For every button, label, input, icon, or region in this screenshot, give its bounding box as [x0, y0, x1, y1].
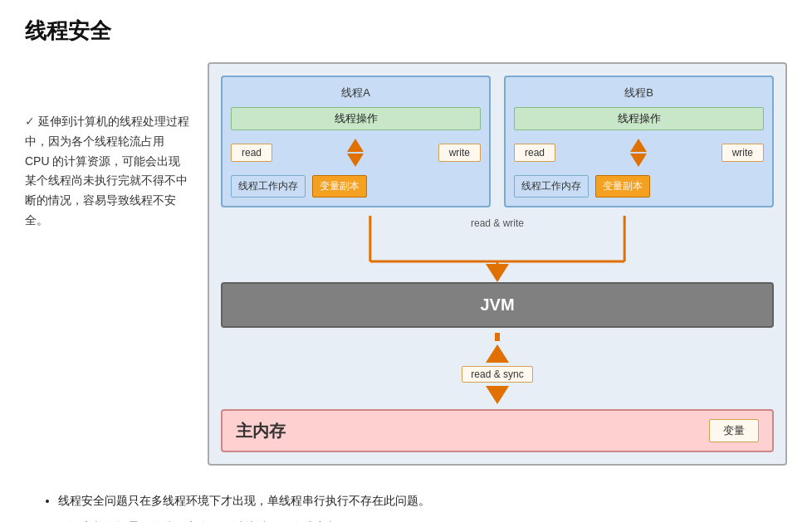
arrow-up-icon — [347, 139, 364, 152]
bottom-bullets: 线程安全问题只在多线程环境下才出现，单线程串行执行不存在此问题。 保证高并发场景… — [25, 489, 787, 522]
main-memory-title: 主内存 — [236, 420, 286, 442]
main-memory-box: 主内存 变量 — [221, 409, 774, 452]
arrow-down-icon — [630, 154, 647, 167]
arrow-down-big-icon — [486, 386, 509, 404]
jvm-box: JVM — [221, 282, 774, 328]
diagram: 线程A 线程操作 read write 线程工作内存 变量副本 线程B — [208, 62, 787, 466]
thread-a-op: 线程操作 — [231, 107, 481, 130]
page-title: 线程安全 — [25, 17, 787, 46]
connector-section: read & write — [221, 216, 774, 282]
bullet-list: 线程安全问题只在多线程环境下才出现，单线程串行执行不存在此问题。 保证高并发场景… — [58, 489, 787, 522]
thread-b-arrows — [630, 139, 647, 167]
threads-row: 线程A 线程操作 read write 线程工作内存 变量副本 线程B — [221, 76, 774, 207]
bullet-item: 保证高并发场景下的线程安全，可以从以下四个维度考量： — [58, 515, 787, 522]
thread-a-arrows — [347, 139, 364, 167]
thread-b-op: 线程操作 — [514, 107, 764, 130]
thread-b-box: 线程B 线程操作 read write 线程工作内存 变量副本 — [504, 76, 774, 207]
arrow-stem-top — [495, 333, 500, 341]
variable-label: 变量 — [709, 419, 759, 442]
thread-b-title: 线程B — [514, 85, 764, 100]
left-description: ✓延伸到计算机的线程处理过程中，因为各个线程轮流占用 CPU 的计算资源，可能会… — [25, 62, 191, 231]
thread-b-var-copy: 变量副本 — [595, 175, 650, 198]
arrow-up-big-icon — [486, 344, 509, 363]
arrow-down-icon — [347, 154, 364, 167]
thread-a-read-btn: read — [231, 144, 272, 162]
thread-a-bottom: 线程工作内存 变量副本 — [231, 175, 481, 198]
read-sync-section: read & sync — [221, 328, 774, 409]
thread-b-read-btn: read — [514, 144, 555, 162]
thread-a-rw-row: read write — [231, 139, 481, 167]
thread-a-title: 线程A — [231, 85, 481, 100]
bullet-item: 线程安全问题只在多线程环境下才出现，单线程串行执行不存在此问题。 — [58, 489, 787, 512]
thread-b-bottom: 线程工作内存 变量副本 — [514, 175, 764, 198]
read-sync-label: read & sync — [462, 366, 532, 383]
thread-a-working-mem: 线程工作内存 — [231, 175, 306, 198]
arrow-up-icon — [630, 139, 647, 152]
thread-b-write-btn: write — [722, 144, 764, 162]
big-arrow-down — [486, 264, 509, 282]
thread-a-var-copy: 变量副本 — [312, 175, 367, 198]
thread-a-box: 线程A 线程操作 read write 线程工作内存 变量副本 — [221, 76, 491, 207]
thread-b-rw-row: read write — [514, 139, 764, 167]
thread-a-write-btn: write — [438, 144, 481, 162]
thread-b-working-mem: 线程工作内存 — [514, 175, 589, 198]
